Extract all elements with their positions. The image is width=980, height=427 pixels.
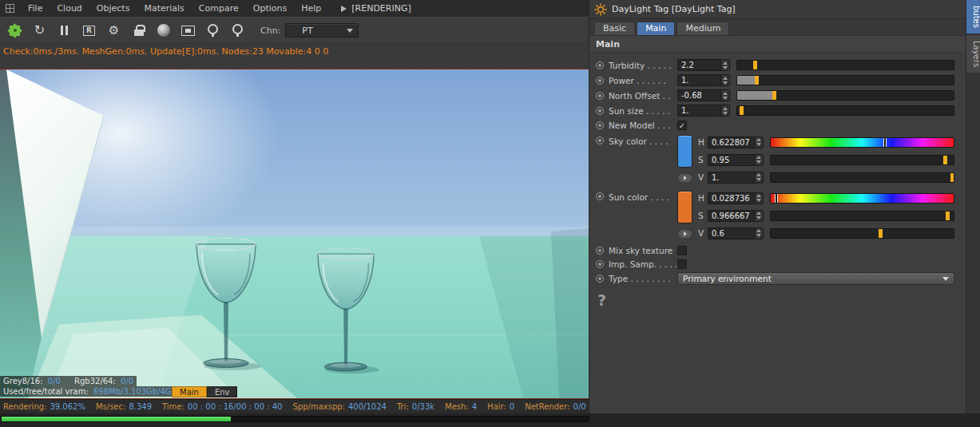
pass-tab-env[interactable]: Env: [207, 386, 238, 397]
param-north-offset-slider[interactable]: [736, 90, 954, 101]
param-sky-color-s-slider[interactable]: [770, 155, 954, 165]
slider-handle[interactable]: [772, 91, 776, 100]
param-north-offset-spinbox-value[interactable]: -0.68: [678, 90, 720, 101]
param-sun-color-h-spinbox-stepper[interactable]: [754, 193, 763, 204]
param-sun-color-s-spinbox-value[interactable]: 0.966667: [708, 211, 754, 221]
param-dot-icon[interactable]: [596, 247, 604, 255]
menu-objects[interactable]: Objects: [89, 3, 137, 14]
stepper-up-icon[interactable]: [723, 77, 728, 80]
param-sky-color-swatch[interactable]: [677, 135, 692, 168]
stepper-down-icon[interactable]: [756, 234, 761, 237]
param-sun-color-expand-button[interactable]: [677, 229, 692, 239]
param-sky-color-v-slider[interactable]: [770, 172, 954, 183]
slider-handle[interactable]: [740, 106, 744, 115]
stepper-up-icon[interactable]: [756, 229, 761, 232]
slider-handle[interactable]: [755, 76, 759, 85]
side-tab-butes[interactable]: butes: [966, 0, 980, 34]
stepper-up-icon[interactable]: [756, 138, 761, 141]
settings-button[interactable]: ⚙: [102, 20, 125, 41]
help-button[interactable]: ?: [597, 291, 606, 309]
slider-handle[interactable]: [950, 173, 954, 182]
stepper-up-icon[interactable]: [756, 212, 761, 215]
region-render-button[interactable]: R: [77, 20, 101, 41]
param-sky-color-expand-button[interactable]: [677, 173, 692, 183]
param-sun-color-v-spinbox-stepper[interactable]: [754, 228, 763, 239]
param-sky-color-h-spinbox[interactable]: 0.622807: [708, 136, 764, 148]
param-sky-color-s-spinbox[interactable]: 0.95: [708, 154, 764, 166]
param-sun-size-spinbox-stepper[interactable]: [720, 105, 729, 116]
param-dot-icon[interactable]: [596, 77, 604, 85]
stepper-down-icon[interactable]: [756, 216, 761, 219]
stepper-up-icon[interactable]: [756, 156, 761, 159]
param-north-offset-spinbox-stepper[interactable]: [720, 90, 729, 101]
param-sky-color-h-slider[interactable]: [770, 137, 954, 148]
lock-resolution-button[interactable]: [127, 20, 150, 41]
stepper-down-icon[interactable]: [723, 81, 728, 85]
menu-cloud[interactable]: Cloud: [50, 3, 89, 14]
param-sky-color-s-spinbox-stepper[interactable]: [754, 155, 763, 165]
param-power-slider[interactable]: [736, 75, 954, 85]
param-sky-color-h-spinbox-value[interactable]: 0.622807: [708, 137, 754, 148]
material-preview-button[interactable]: [152, 20, 175, 41]
param-type-dropdown[interactable]: Primary environment: [677, 272, 954, 285]
param-turbidity-slider[interactable]: [736, 60, 954, 70]
param-sun-color-s-spinbox[interactable]: 0.966667: [708, 210, 764, 222]
pick-focus-button[interactable]: [201, 20, 224, 41]
param-sun-color-s-slider[interactable]: [770, 211, 954, 221]
param-sun-size-slider[interactable]: [736, 105, 954, 116]
stepper-down-icon[interactable]: [756, 143, 761, 146]
param-imp-samp-checkbox[interactable]: [677, 259, 687, 269]
stepper-up-icon[interactable]: [723, 107, 728, 110]
param-dot-icon[interactable]: [596, 121, 604, 129]
param-sun-color-h-slider[interactable]: [770, 193, 954, 204]
param-sun-color-swatch[interactable]: [677, 191, 692, 223]
menu-help[interactable]: Help: [294, 3, 328, 14]
param-sun-color-v-slider[interactable]: [770, 228, 954, 239]
param-dot-icon[interactable]: [596, 275, 604, 283]
pass-tab-main[interactable]: Main: [172, 386, 207, 397]
stepper-up-icon[interactable]: [756, 194, 761, 197]
param-dot-icon[interactable]: [596, 192, 604, 200]
tab-main[interactable]: Main: [637, 22, 675, 35]
param-turbidity-spinbox-stepper[interactable]: [720, 60, 729, 70]
param-sun-color-h-spinbox[interactable]: 0.028736: [708, 192, 764, 204]
side-tab-layers[interactable]: Layers: [966, 35, 980, 73]
param-dot-icon[interactable]: [596, 92, 604, 100]
stepper-down-icon[interactable]: [756, 178, 761, 181]
stepper-down-icon[interactable]: [723, 112, 728, 115]
menu-file[interactable]: File: [21, 3, 50, 14]
param-sun-size-spinbox-value[interactable]: 1.: [678, 105, 720, 116]
param-new-model-checkbox[interactable]: ✓: [677, 121, 687, 130]
param-dot-icon[interactable]: [596, 260, 604, 268]
film-region-button[interactable]: [177, 20, 200, 41]
pause-render-button[interactable]: [53, 20, 76, 41]
slider-handle[interactable]: [753, 61, 757, 69]
slider-handle[interactable]: [879, 229, 883, 238]
param-sky-color-v-spinbox-stepper[interactable]: [754, 172, 763, 183]
menu-materials[interactable]: Materials: [137, 3, 191, 14]
stepper-up-icon[interactable]: [723, 92, 728, 95]
param-sky-color-v-spinbox[interactable]: 1.: [708, 172, 764, 184]
stepper-up-icon[interactable]: [756, 173, 761, 176]
param-power-spinbox[interactable]: 1.: [677, 74, 730, 86]
param-sun-color-v-spinbox[interactable]: 0.6: [708, 227, 764, 239]
param-dot-icon[interactable]: [596, 107, 604, 115]
render-viewport[interactable]: Grey8/16: 0/0 Rgb32/64: 0/0 Used/free/to…: [0, 69, 589, 399]
param-dot-icon[interactable]: [596, 61, 604, 69]
stepper-up-icon[interactable]: [723, 61, 728, 65]
octane-logo-button[interactable]: [3, 20, 26, 41]
menu-options[interactable]: Options: [246, 3, 294, 14]
param-power-spinbox-value[interactable]: 1.: [678, 75, 720, 85]
menu-compare[interactable]: Compare: [192, 3, 246, 14]
param-mix-sky-texture-checkbox[interactable]: [677, 246, 687, 255]
stepper-down-icon[interactable]: [723, 66, 728, 69]
slider-handle[interactable]: [775, 194, 778, 203]
menu-grid-icon[interactable]: [6, 4, 14, 13]
channel-dropdown[interactable]: PT: [285, 23, 359, 38]
stepper-down-icon[interactable]: [723, 97, 728, 100]
param-power-spinbox-stepper[interactable]: [720, 75, 729, 85]
param-sun-size-spinbox[interactable]: 1.: [677, 105, 730, 117]
slider-handle[interactable]: [883, 138, 887, 147]
param-turbidity-spinbox-value[interactable]: 2.2: [678, 60, 720, 70]
param-north-offset-spinbox[interactable]: -0.68: [677, 89, 730, 101]
